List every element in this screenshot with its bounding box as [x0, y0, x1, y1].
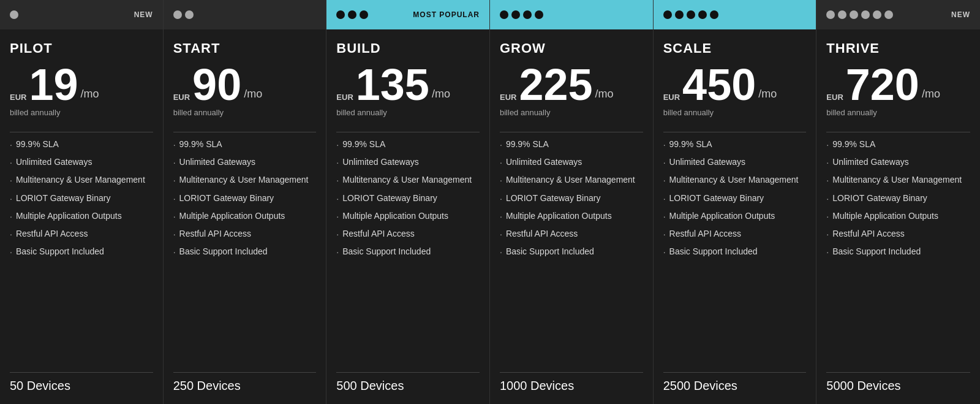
- bullet-icon: ·: [336, 175, 339, 186]
- bullet-icon: ·: [500, 229, 502, 240]
- price-row-thrive: EUR720/mo: [826, 63, 970, 107]
- feature-item: ·99.9% SLA: [10, 139, 153, 150]
- feature-item: ·Basic Support Included: [663, 246, 807, 257]
- bullet-icon: ·: [500, 211, 502, 222]
- plan-col-build: MOST POPULARBUILDEUR135/mobilled annuall…: [326, 0, 490, 404]
- dot-icon: [535, 10, 543, 19]
- feature-item: ·Unlimited Gateways: [173, 156, 317, 168]
- bullet-icon: ·: [173, 139, 176, 150]
- plan-header-grow: [490, 0, 653, 29]
- divider: [826, 132, 970, 132]
- feature-text: Restful API Access: [669, 228, 742, 240]
- dot-icon: [710, 10, 718, 19]
- feature-text: Restful API Access: [506, 228, 578, 240]
- feature-item: ·99.9% SLA: [336, 139, 480, 150]
- feature-text: Multiple Application Outputs: [832, 210, 938, 222]
- feature-item: ·Multitenancy & User Management: [500, 174, 643, 186]
- price-row-grow: EUR225/mo: [500, 63, 643, 107]
- bullet-icon: ·: [826, 175, 829, 186]
- price-amount-thrive: 720: [846, 63, 919, 107]
- bullet-icon: ·: [663, 246, 666, 257]
- bullet-icon: ·: [500, 157, 502, 168]
- plan-header-pilot: NEW: [0, 0, 163, 29]
- plan-name-grow: GROW: [500, 40, 643, 56]
- plan-name-start: START: [173, 40, 317, 56]
- feature-text: Multitenancy & User Management: [179, 174, 309, 186]
- bullet-icon: ·: [173, 211, 176, 222]
- bullet-icon: ·: [336, 246, 339, 257]
- plan-dots-build: [336, 10, 368, 19]
- price-mo-grow: /mo: [595, 88, 614, 101]
- dot-icon: [360, 10, 368, 19]
- dot-icon: [873, 10, 881, 19]
- price-mo-pilot: /mo: [81, 88, 99, 101]
- dot-icon: [675, 10, 684, 19]
- feature-text: Unlimited Gateways: [16, 156, 92, 168]
- bullet-icon: ·: [500, 139, 502, 150]
- feature-item: ·LORIOT Gateway Binary: [500, 192, 643, 204]
- feature-text: 99.9% SLA: [342, 139, 385, 150]
- feature-item: ·Unlimited Gateways: [826, 156, 970, 168]
- divider-bottom: [173, 372, 317, 373]
- features-list-build: ·99.9% SLA·Unlimited Gateways·Multitenan…: [336, 139, 480, 365]
- dot-icon: [687, 10, 695, 19]
- plan-name-thrive: THRIVE: [826, 40, 970, 56]
- bullet-icon: ·: [10, 139, 12, 150]
- feature-item: ·99.9% SLA: [173, 139, 317, 150]
- feature-item: ·Basic Support Included: [10, 246, 153, 257]
- feature-text: Multiple Application Outputs: [16, 210, 122, 222]
- bullet-icon: ·: [500, 246, 502, 257]
- price-row-scale: EUR450/mo: [663, 63, 807, 107]
- bullet-icon: ·: [10, 193, 12, 204]
- feature-text: Multiple Application Outputs: [342, 210, 448, 222]
- bullet-icon: ·: [826, 229, 829, 240]
- plan-dots-scale: [663, 10, 718, 19]
- feature-item: ·Unlimited Gateways: [500, 156, 643, 168]
- feature-item: ·Restful API Access: [500, 228, 643, 240]
- dot-icon: [850, 10, 858, 19]
- feature-text: Unlimited Gateways: [179, 156, 256, 168]
- feature-text: Restful API Access: [832, 228, 905, 240]
- bullet-icon: ·: [10, 175, 12, 186]
- feature-item: ·Multitenancy & User Management: [173, 174, 317, 186]
- currency-label-pilot: EUR: [10, 93, 26, 102]
- divider: [663, 132, 807, 132]
- feature-item: ·Restful API Access: [663, 228, 807, 240]
- feature-item: ·Multitenancy & User Management: [663, 174, 807, 186]
- feature-item: ·Multiple Application Outputs: [663, 210, 807, 222]
- bullet-icon: ·: [336, 157, 339, 168]
- bullet-icon: ·: [173, 157, 176, 168]
- plan-dots-thrive: [826, 10, 893, 19]
- price-row-start: EUR90/mo: [173, 63, 317, 107]
- plan-body-thrive: THRIVEEUR720/mobilled annually·99.9% SLA…: [816, 29, 980, 404]
- dot-icon: [884, 10, 893, 19]
- feature-text: 99.9% SLA: [16, 139, 59, 150]
- feature-item: ·Multiple Application Outputs: [826, 210, 970, 222]
- feature-text: 99.9% SLA: [832, 139, 875, 150]
- price-mo-build: /mo: [432, 88, 450, 101]
- bullet-icon: ·: [336, 193, 339, 204]
- plan-header-scale: [654, 0, 816, 29]
- bullet-icon: ·: [663, 175, 666, 186]
- currency-label-start: EUR: [173, 93, 190, 102]
- dot-icon: [10, 10, 18, 19]
- feature-text: Multiple Application Outputs: [179, 210, 285, 222]
- plan-header-build: MOST POPULAR: [326, 0, 489, 29]
- feature-text: 99.9% SLA: [669, 139, 712, 150]
- feature-item: ·Restful API Access: [336, 228, 480, 240]
- bullet-icon: ·: [173, 229, 176, 240]
- devices-label-scale: 2500 Devices: [663, 379, 807, 395]
- bullet-icon: ·: [663, 139, 666, 150]
- bullet-icon: ·: [173, 175, 176, 186]
- bullet-icon: ·: [826, 246, 829, 257]
- divider-bottom: [663, 372, 807, 373]
- billed-label-scale: billed annually: [663, 108, 807, 117]
- billed-label-build: billed annually: [336, 108, 480, 117]
- feature-item: ·Multiple Application Outputs: [500, 210, 643, 222]
- billed-label-grow: billed annually: [500, 108, 643, 117]
- bullet-icon: ·: [173, 193, 176, 204]
- bullet-icon: ·: [336, 211, 339, 222]
- bullet-icon: ·: [826, 193, 829, 204]
- features-list-scale: ·99.9% SLA·Unlimited Gateways·Multitenan…: [663, 139, 807, 365]
- feature-item: ·LORIOT Gateway Binary: [173, 192, 317, 204]
